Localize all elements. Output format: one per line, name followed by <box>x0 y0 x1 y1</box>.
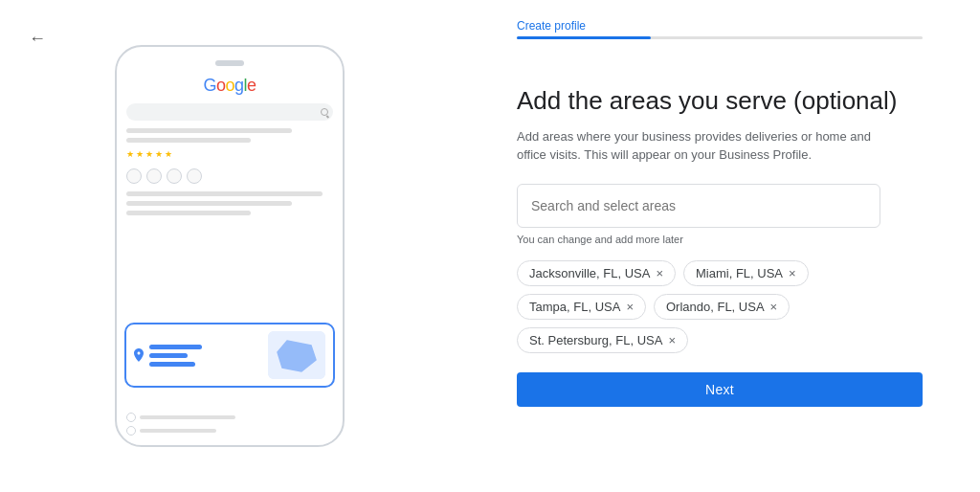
progress-tabs: Create profile <box>517 19 923 39</box>
icon <box>167 168 182 184</box>
progress-fill <box>517 36 651 39</box>
tag-label: St. Petersburg, FL, USA <box>529 333 662 347</box>
stars-row: ★ ★ ★ ★ ★ <box>126 149 333 159</box>
tag-remove-button[interactable]: × <box>789 267 796 280</box>
phone-icon-row <box>126 413 333 422</box>
tag-label: Tampa, FL, USA <box>529 300 620 314</box>
card-map <box>268 331 325 379</box>
phone-icon <box>126 413 136 422</box>
search-input[interactable] <box>517 184 880 228</box>
phone-icon <box>126 426 136 436</box>
card-line <box>149 345 202 349</box>
content-line <box>126 211 251 215</box>
tags-container: Jacksonville, FL, USA×Miami, FL, USA×Tam… <box>517 260 900 353</box>
location-pin-icon <box>134 348 144 362</box>
star: ★ <box>145 149 153 159</box>
content-line <box>126 191 323 196</box>
search-input-wrapper <box>517 184 923 228</box>
page-description: Add areas where your business provides d… <box>517 127 880 165</box>
google-logo: Google <box>203 76 256 96</box>
area-tag: Jacksonville, FL, USA× <box>517 260 676 286</box>
next-button[interactable]: Next <box>517 372 923 407</box>
content-line <box>126 201 292 206</box>
icon <box>187 168 202 184</box>
phone-mockup: Google ★ ★ ★ ★ ★ <box>115 45 345 447</box>
phone-camera <box>215 60 244 66</box>
phone-search-icon <box>321 108 328 116</box>
left-panel: ← Google ★ ★ ★ ★ ★ <box>0 0 459 492</box>
right-panel: Create profile Add the areas you serve (… <box>459 0 980 492</box>
progress-bar <box>517 36 923 39</box>
card-line <box>149 353 188 358</box>
phone-icon-row <box>126 426 333 436</box>
phone-search-bar <box>126 103 333 121</box>
phone-line <box>140 415 235 419</box>
content-line <box>126 128 292 133</box>
area-tag: Miami, FL, USA× <box>683 260 809 286</box>
icon <box>146 168 162 184</box>
tag-label: Miami, FL, USA <box>696 266 783 280</box>
star: ★ <box>165 149 172 159</box>
tag-label: Orlando, FL, USA <box>666 300 765 314</box>
phone-content: ★ ★ ★ ★ ★ <box>126 128 333 436</box>
tag-remove-button[interactable]: × <box>626 301 634 313</box>
area-tag: Tampa, FL, USA× <box>517 294 646 320</box>
back-button[interactable]: ← <box>29 29 46 49</box>
star: ★ <box>155 149 163 159</box>
tag-remove-button[interactable]: × <box>668 334 676 347</box>
card-line <box>149 362 195 367</box>
icon-row <box>126 168 333 184</box>
content-line <box>126 138 251 143</box>
icon <box>126 168 142 184</box>
tag-remove-button[interactable]: × <box>656 267 663 280</box>
phone-bottom <box>126 413 333 436</box>
area-tag: Orlando, FL, USA× <box>654 294 790 320</box>
tag-label: Jacksonville, FL, USA <box>529 266 650 280</box>
input-hint: You can change and add more later <box>517 234 923 245</box>
star: ★ <box>126 149 134 159</box>
card-lines <box>149 345 202 367</box>
tab-label: Create profile <box>517 19 923 33</box>
page-title: Add the areas you serve (optional) <box>517 85 923 118</box>
phone-highlight-card <box>124 323 335 388</box>
tag-remove-button[interactable]: × <box>770 301 778 313</box>
phone-line <box>140 429 216 433</box>
area-tag: St. Petersburg, FL, USA× <box>517 327 688 353</box>
card-left <box>134 345 268 367</box>
star: ★ <box>136 149 144 159</box>
